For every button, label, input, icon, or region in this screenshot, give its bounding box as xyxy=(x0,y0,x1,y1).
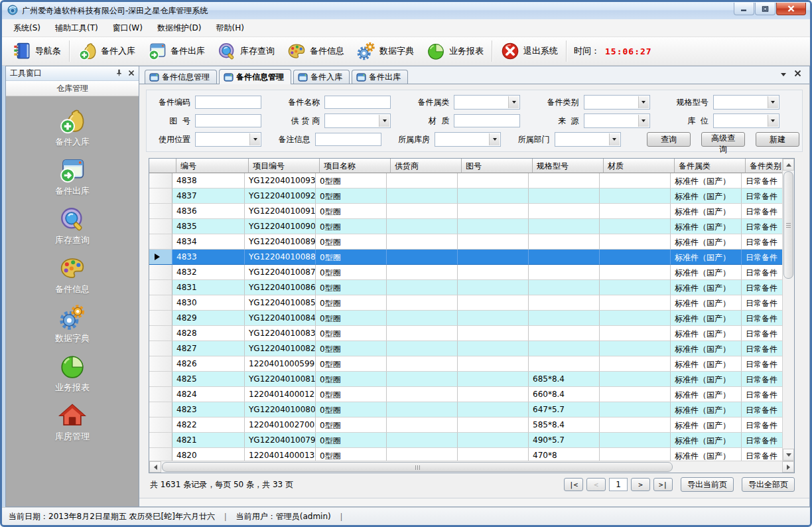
row-selector[interactable] xyxy=(149,280,172,295)
close-button[interactable] xyxy=(776,3,806,15)
table-row[interactable]: 4829YG122040100840型圈标准件（国产）日常备件M xyxy=(149,311,782,326)
source-select[interactable] xyxy=(584,113,650,128)
toolbar-exit-system-button[interactable]: 退出系统 xyxy=(494,39,564,63)
row-selector[interactable] xyxy=(149,326,172,341)
supplier-select[interactable] xyxy=(324,113,391,128)
column-header-3[interactable]: 项目名称 xyxy=(320,159,391,173)
dropdown-arrow-icon[interactable] xyxy=(638,96,649,108)
dropdown-arrow-icon[interactable] xyxy=(768,96,778,108)
column-header-4[interactable]: 供货商 xyxy=(391,159,462,173)
row-selector[interactable] xyxy=(149,250,172,265)
horizontal-scroll-thumb[interactable] xyxy=(162,462,673,472)
new-button[interactable]: 新建 xyxy=(756,132,799,147)
tab-parts-info-management-1[interactable]: 备件信息管理 xyxy=(145,70,217,84)
row-selector[interactable] xyxy=(149,219,172,234)
tab-parts-info-management-2[interactable]: 备件信息管理 xyxy=(219,69,291,84)
part-type-select[interactable] xyxy=(584,95,650,110)
horizontal-scroll-track[interactable] xyxy=(161,461,782,473)
menu-item-data-maintenance[interactable]: 数据维护(D) xyxy=(150,20,209,37)
toolbar-parts-outbound-button[interactable]: 备件出库 xyxy=(141,39,211,63)
table-row[interactable]: 482412204014000120型圈660*8.4标准件（国产）日常备件PC xyxy=(149,387,782,402)
export-all-pages-button[interactable]: 导出全部页 xyxy=(742,477,795,492)
table-row[interactable]: 4833YG122040100880型圈标准件（国产）日常备件M xyxy=(149,250,782,265)
toolbar-parts-info-button[interactable]: 备件信息 xyxy=(281,39,350,63)
table-row[interactable]: 4825YG122040100810型圈685*8.4标准件（国产）日常备件PC xyxy=(149,372,782,387)
sidebar-item-warehouse-management[interactable]: 库房管理 xyxy=(55,402,90,443)
column-header-6[interactable]: 规格型号 xyxy=(533,159,604,173)
row-selector[interactable] xyxy=(149,448,172,461)
sidebar-item-parts-inbound[interactable]: 备件入库 xyxy=(55,107,90,148)
column-header-2[interactable]: 项目编号 xyxy=(249,159,320,173)
row-selector[interactable] xyxy=(149,234,172,250)
tab-list-dropdown-icon[interactable] xyxy=(781,73,786,79)
table-row[interactable]: 4831YG122040100860型圈标准件（国产）日常备件M xyxy=(149,280,782,295)
vertical-scrollbar[interactable] xyxy=(782,159,794,461)
spec-model-select[interactable] xyxy=(713,95,779,110)
table-row[interactable]: 4838YG122040100930型圈标准件（国产）日常备件M xyxy=(149,173,782,188)
row-selector[interactable] xyxy=(149,356,172,372)
menu-item-help[interactable]: 帮助(H) xyxy=(209,20,251,37)
scroll-down-icon[interactable] xyxy=(783,449,794,461)
row-selector[interactable] xyxy=(149,204,172,219)
menu-item-aux-tools[interactable]: 辅助工具(T) xyxy=(48,20,105,37)
table-row[interactable]: 482612204010005990型圈标准件（国产）日常备件M xyxy=(149,356,782,372)
query-button[interactable]: 查询 xyxy=(647,132,691,147)
table-row[interactable]: 4828YG122040100830型圈标准件（国产）日常备件M xyxy=(149,326,782,341)
tab-parts-outbound[interactable]: 备件出库 xyxy=(352,70,408,84)
advanced-query-button[interactable]: 高级查询 xyxy=(701,132,745,147)
row-selector-header[interactable] xyxy=(149,159,176,173)
table-row[interactable]: 482212204010027000型圈585*8.4标准件（国产）日常备件PC xyxy=(149,417,782,433)
table-row[interactable]: 4837YG122040100920型圈标准件（国产）日常备件M xyxy=(149,188,782,204)
toolbar-business-report-button[interactable]: 业务报表 xyxy=(420,39,490,63)
dropdown-arrow-icon[interactable] xyxy=(768,115,778,127)
dropdown-arrow-icon[interactable] xyxy=(638,115,649,127)
first-page-button[interactable]: |< xyxy=(564,478,583,491)
table-row[interactable]: 4830YG122040100850型圈标准件（国产）日常备件M xyxy=(149,295,782,311)
toolbar-inventory-query-button[interactable]: 库存查询 xyxy=(211,39,281,63)
dropdown-arrow-icon[interactable] xyxy=(508,96,519,108)
dropdown-arrow-icon[interactable] xyxy=(249,133,260,145)
row-selector[interactable] xyxy=(149,188,172,204)
row-selector[interactable] xyxy=(149,295,172,311)
table-row[interactable]: 4836YG122040100910型圈标准件（国产）日常备件M xyxy=(149,204,782,219)
part-name-input[interactable] xyxy=(324,96,391,109)
table-row[interactable]: 4821YG122040100790型圈490*5.7标准件（国产）日常备件PC xyxy=(149,433,782,448)
location-select[interactable] xyxy=(713,113,779,128)
table-row[interactable]: 4827YG122040100820型圈标准件（国产）日常备件M xyxy=(149,341,782,356)
vertical-scroll-thumb[interactable] xyxy=(783,171,793,279)
usage-position-select[interactable] xyxy=(195,132,261,147)
remark-input[interactable] xyxy=(315,133,381,146)
minimize-button[interactable] xyxy=(734,3,754,15)
dropdown-arrow-icon[interactable] xyxy=(379,115,389,127)
sidebar-item-inventory-query[interactable]: 库存查询 xyxy=(55,205,90,246)
part-category-select[interactable] xyxy=(454,95,520,110)
maximize-button[interactable] xyxy=(755,3,776,15)
department-select[interactable] xyxy=(555,132,621,147)
row-selector[interactable] xyxy=(149,341,172,356)
prev-page-button[interactable]: < xyxy=(586,478,606,491)
sidebar-close-icon[interactable] xyxy=(128,69,135,78)
scroll-right-icon[interactable] xyxy=(782,461,794,473)
column-header-8[interactable]: 备件属类 xyxy=(675,159,746,173)
row-selector[interactable] xyxy=(149,433,172,448)
row-selector[interactable] xyxy=(149,402,172,417)
row-selector[interactable] xyxy=(149,387,172,402)
row-selector[interactable] xyxy=(149,173,172,188)
column-header-7[interactable]: 材质 xyxy=(604,159,675,173)
column-header-9[interactable]: 备件类别 xyxy=(746,159,782,173)
next-page-button[interactable]: > xyxy=(631,478,650,491)
part-code-input[interactable] xyxy=(195,96,261,109)
row-selector[interactable] xyxy=(149,417,172,433)
toolbar-navbar-button[interactable]: 导航条 xyxy=(6,39,67,63)
row-selector[interactable] xyxy=(149,265,172,280)
sidebar-item-parts-outbound[interactable]: 备件出库 xyxy=(55,156,90,197)
sidebar-item-parts-info[interactable]: 备件信息 xyxy=(55,254,90,295)
export-current-page-button[interactable]: 导出当前页 xyxy=(681,477,734,492)
toolbar-data-dictionary-button[interactable]: 数据字典 xyxy=(350,39,420,63)
vertical-scroll-track[interactable] xyxy=(783,171,794,449)
tab-parts-inbound[interactable]: 备件入库 xyxy=(293,70,350,84)
scroll-left-icon[interactable] xyxy=(149,461,161,473)
material-input[interactable] xyxy=(454,114,520,127)
row-selector[interactable] xyxy=(149,372,172,387)
last-page-button[interactable]: >| xyxy=(653,478,673,491)
